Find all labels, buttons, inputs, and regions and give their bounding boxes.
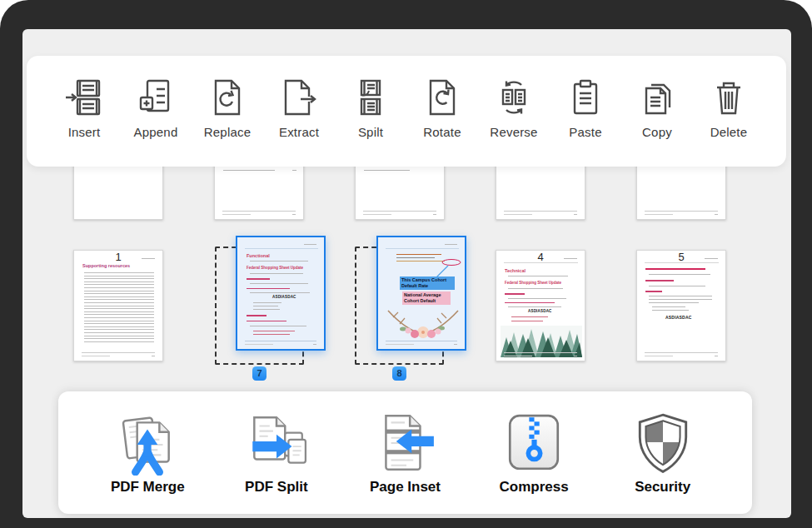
feature-label: Page Inset: [370, 479, 441, 496]
page-number: 5: [636, 251, 726, 263]
toolbar-item-label: Paste: [569, 125, 601, 139]
page-thumbnail-10[interactable]: ASDIASDAC: [636, 250, 726, 361]
toolbar-item-label: Insert: [68, 125, 101, 139]
insert-button[interactable]: Insert: [52, 77, 117, 139]
toolbar-item-label: Extract: [279, 125, 319, 139]
copy-button[interactable]: Copy: [625, 77, 690, 139]
highlighted-text-blue: This Campus Cohort Default Rate: [400, 276, 455, 290]
paste-icon: [565, 77, 605, 117]
reverse-icon: [494, 77, 534, 117]
page-inset-icon: [372, 411, 437, 476]
selected-page-badge-8: 8: [392, 366, 406, 381]
feature-label: Security: [635, 479, 690, 496]
page-thumbnail-7-selected[interactable]: Functional Federal Shopping Sheet Update…: [236, 236, 326, 351]
callout-line: [428, 259, 461, 277]
page-thumbnail-6[interactable]: Supporting resources: [73, 250, 163, 361]
thumb-title: Functional: [247, 253, 270, 258]
page-thumbnail-9[interactable]: Technical Federal Shopping Sheet Update …: [496, 250, 585, 361]
delete-icon: [709, 77, 749, 117]
pdf-split-icon: [244, 411, 309, 476]
toolbar-item-label: Spilt: [358, 125, 383, 139]
selected-page-badge-7: 7: [252, 366, 267, 381]
toolbar-item-label: Copy: [642, 125, 672, 139]
pdf-merge-icon: [115, 411, 180, 476]
copy-icon: [637, 77, 677, 117]
page-number: 4: [496, 251, 585, 263]
rotate-icon: [422, 77, 462, 117]
extract-button[interactable]: Extract: [267, 77, 331, 139]
pdf-merge-button[interactable]: PDF Merge: [97, 411, 197, 496]
reverse-button[interactable]: Reverse: [481, 77, 546, 139]
replace-icon: [207, 77, 247, 117]
feature-label: Compress: [500, 479, 569, 496]
wreath-image: [383, 306, 463, 341]
app-window: 1 2 3 4 5 Insert: [0, 0, 812, 528]
split-icon: [351, 77, 391, 117]
feature-label: PDF Split: [245, 479, 308, 496]
thumb-code-text: ASDIASDAC: [528, 309, 552, 313]
rotate-button[interactable]: Rotate: [410, 77, 475, 139]
insert-icon: [64, 77, 104, 117]
page-edit-screen: 1 2 3 4 5 Insert: [22, 29, 791, 518]
append-icon: [136, 77, 176, 117]
security-icon: [630, 411, 695, 476]
delete-button[interactable]: Delete: [696, 77, 761, 139]
toolbar-item-label: Delete: [710, 125, 748, 139]
compress-button[interactable]: Compress: [484, 411, 584, 496]
thumb-subtitle: Federal Shopping Sheet Update: [247, 266, 303, 270]
security-button[interactable]: Security: [613, 411, 713, 496]
thumb-subtitle: Federal Shopping Sheet Update: [505, 281, 561, 285]
toolbar-item-label: Reverse: [490, 125, 537, 139]
page-number: 1: [73, 251, 163, 263]
replace-button[interactable]: Replace: [195, 77, 260, 139]
extract-icon: [279, 77, 319, 117]
toolbar-item-label: Replace: [204, 125, 251, 139]
append-button[interactable]: Append: [123, 77, 188, 139]
page-thumbnail-8-selected[interactable]: This Campus Cohort Default Rate National…: [376, 236, 466, 351]
page-edit-toolbar: Insert Append Replace: [27, 56, 786, 167]
thumb-title: Technical: [505, 268, 526, 273]
split-button[interactable]: Spilt: [338, 77, 403, 139]
toolbar-item-label: Rotate: [423, 125, 461, 139]
paste-button[interactable]: Paste: [553, 77, 618, 139]
thumb-code-text: ASDIASDAC: [665, 315, 692, 320]
feature-label: PDF Merge: [111, 479, 185, 496]
toolbar-item-label: Append: [134, 125, 178, 139]
pdf-split-button[interactable]: PDF Split: [227, 411, 326, 496]
page-inset-button[interactable]: Page Inset: [355, 411, 455, 496]
compress-icon: [501, 411, 566, 476]
pdf-tools-panel: PDF Merge PDF Split: [58, 391, 752, 514]
highlighted-text-pink: National Average Cohort Default: [402, 291, 451, 305]
thumb-code-text: ASDIASDAC: [272, 295, 296, 299]
thumb-title: Supporting resources: [82, 263, 130, 268]
